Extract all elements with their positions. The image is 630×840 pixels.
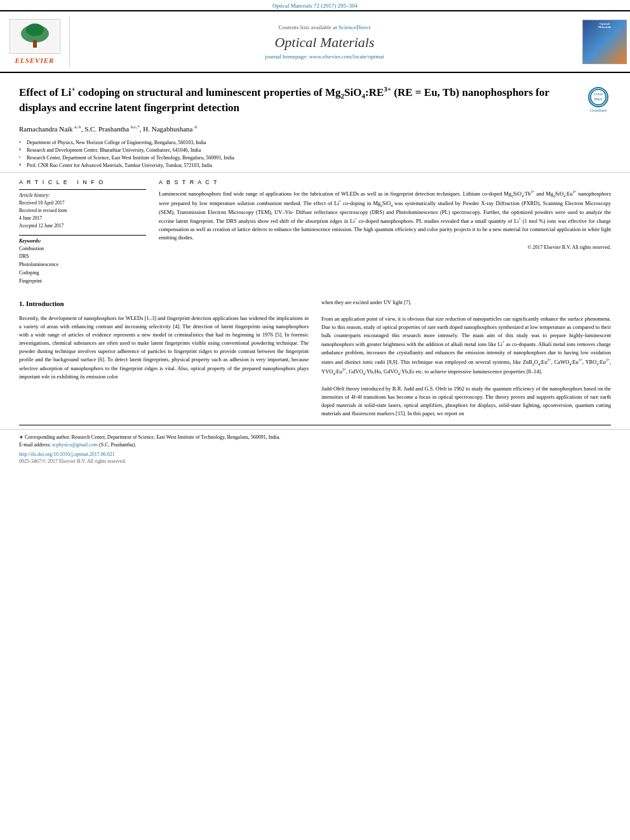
page: Optical Materials 72 (2017) 295–304 ELSE…: [0, 0, 630, 840]
article-info-header: A R T I C L E I N F O: [19, 179, 146, 185]
crossmark-block[interactable]: Cross Mark CrossMark: [586, 87, 611, 112]
abstract-col: A B S T R A C T Luminescent nanophosphor…: [159, 179, 611, 286]
keywords-label: Keywords:: [19, 238, 146, 244]
affil-sup-b: b: [19, 147, 25, 154]
received-date: Received 18 April 2017: [19, 199, 146, 207]
keyword-5: Fingerprint: [19, 277, 146, 286]
homepage-url[interactable]: www.elsevier.com/locate/optmat: [309, 53, 384, 60]
affil-text-a: Department of Physics, New Horizon Colle…: [27, 139, 206, 147]
email-line: E-mail address: scphysics@gmail.com (S.C…: [19, 441, 611, 449]
keyword-3: Photoluminescence: [19, 261, 146, 269]
elsevier-logo-block: ELSEVIER: [0, 17, 70, 67]
crossmark-label: CrossMark: [590, 109, 607, 112]
article-title: Effect of Li+ codoping on structural and…: [19, 84, 579, 116]
issn-line: 0925-3467/© 2017 Elsevier B.V. All right…: [19, 458, 611, 464]
article-history-block: Article history: Received 18 April 2017 …: [19, 189, 146, 230]
intro-title: Introduction: [26, 300, 64, 307]
email-label: E-mail address:: [19, 442, 51, 448]
section-number: 1.: [19, 300, 26, 307]
intro-col2-text1: when they are excited under UV light [7]…: [321, 298, 611, 307]
history-label: Article history:: [19, 192, 146, 198]
homepage-label: journal homepage:: [265, 53, 307, 60]
article-title-section: Effect of Li+ codoping on structural and…: [0, 73, 630, 122]
journal-title: Optical Materials: [274, 34, 374, 51]
affil-text-c: Research Center, Department of Science, …: [27, 154, 234, 162]
affil-text-b: Research and Development Center, Bharath…: [27, 147, 201, 154]
journal-cover-block: OpticalMaterials: [579, 17, 630, 67]
cover-title-text: OpticalMaterials: [598, 22, 612, 29]
affiliation-b: b Research and Development Center, Bhara…: [19, 147, 611, 154]
affil-sup-d: d: [19, 162, 25, 170]
keyword-1: Combustion: [19, 245, 146, 253]
crossmark-icon: Cross Mark: [588, 87, 608, 107]
svg-rect-3: [33, 40, 37, 48]
accepted-date: Accepted 12 June 2017: [19, 222, 146, 230]
journal-homepage: journal homepage: www.elsevier.com/locat…: [265, 53, 384, 60]
article-title-text: Effect of Li+ codoping on structural and…: [19, 84, 579, 116]
corresponding-author-note: ∗ Corresponding author. Research Center,…: [19, 434, 611, 441]
elsevier-text: ELSEVIER: [15, 57, 55, 64]
affiliation-c: c Research Center, Department of Science…: [19, 154, 611, 162]
sciencedirect-line: Contents lists available at ScienceDirec…: [279, 24, 371, 30]
svg-point-2: [26, 23, 44, 36]
email-name: (S.C. Prashantha).: [99, 442, 136, 448]
crossmark-svg: Cross Mark: [589, 88, 607, 107]
affiliation-d: d Prof. CNR Rao Center for Advanced Mate…: [19, 162, 611, 170]
intro-col2-text3: Judd-Ofelt theory introduced by B.R. Jud…: [321, 385, 611, 418]
svg-text:Cross: Cross: [594, 92, 603, 96]
sciencedirect-link[interactable]: ScienceDirect: [338, 24, 370, 30]
intro-col1: 1. Introduction Recently, the developmen…: [19, 298, 309, 418]
doi-line[interactable]: http://dx.doi.org/10.1016/j.optmat.2017.…: [19, 451, 611, 457]
affiliations-section: a Department of Physics, New Horizon Col…: [0, 135, 630, 172]
footnote-section: ∗ Corresponding author. Research Center,…: [0, 429, 630, 468]
keywords-block: Keywords: Combustion DRS Photoluminescen…: [19, 235, 146, 286]
affil-text-d: Prof. CNR Rao Center for Advanced Materi…: [27, 162, 212, 170]
intro-two-col: 1. Introduction Recently, the developmen…: [19, 298, 611, 418]
intro-col2: when they are excited under UV light [7]…: [321, 298, 611, 418]
section-title-block: 1. Introduction: [19, 298, 309, 309]
affiliation-a: a Department of Physics, New Horizon Col…: [19, 139, 611, 147]
keyword-4: Codoping: [19, 269, 146, 277]
revised-date: 4 June 2017: [19, 215, 146, 222]
journal-header: ELSEVIER Contents lists available at Sci…: [0, 10, 630, 73]
info-abstract-section: A R T I C L E I N F O Article history: R…: [0, 172, 630, 292]
body-section: 1. Introduction Recently, the developmen…: [0, 292, 630, 425]
elsevier-logo-image: [10, 19, 60, 54]
copyright-line: © 2017 Elsevier B.V. All rights reserved…: [159, 244, 611, 250]
keyword-2: DRS: [19, 253, 146, 261]
abstract-text: Luminescent nanophosphors find wide rang…: [159, 189, 611, 243]
article-info-col: A R T I C L E I N F O Article history: R…: [19, 179, 146, 286]
abstract-header: A B S T R A C T: [159, 179, 611, 185]
authors-list: Ramachandra Naik a, b, S.C. Prashantha b…: [19, 124, 611, 133]
volume-info: Optical Materials 72 (2017) 295–304: [272, 3, 358, 9]
authors-section: Ramachandra Naik a, b, S.C. Prashantha b…: [0, 122, 630, 135]
affil-sup-c: c: [19, 154, 25, 162]
volume-info-bar: Optical Materials 72 (2017) 295–304: [0, 0, 630, 10]
footnote-divider: [19, 425, 611, 425]
journal-title-block: Contents lists available at ScienceDirec…: [70, 17, 579, 67]
revised-label: Received in revised form: [19, 207, 146, 215]
elsevier-tree-icon: [13, 21, 57, 53]
email-address[interactable]: scphysics@gmail.com: [52, 442, 98, 448]
affil-sup-a: a: [19, 139, 25, 147]
svg-text:Mark: Mark: [594, 97, 603, 101]
sciencedirect-prefix: Contents lists available at: [279, 24, 337, 30]
intro-col1-text: Recently, the development of nanophospho…: [19, 314, 309, 381]
journal-cover-image: OpticalMaterials: [582, 20, 627, 64]
intro-col2-text2: From an application point of view, it is…: [321, 315, 611, 377]
